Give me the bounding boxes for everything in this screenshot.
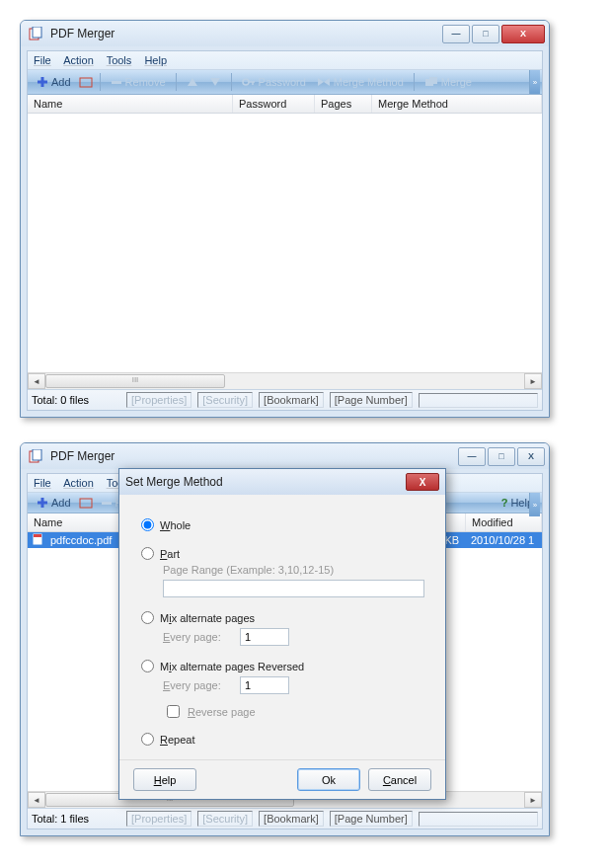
folder-icon[interactable]: [79, 76, 93, 88]
maximize-button[interactable]: □: [472, 25, 499, 43]
dialog-ok-button[interactable]: Ok: [297, 768, 360, 791]
merge-icon: [424, 77, 438, 88]
plus-icon: [37, 76, 48, 88]
toolbar-overflow-button[interactable]: »: [529, 493, 540, 516]
radio-part-input[interactable]: [141, 547, 154, 560]
list-header: Name Password Pages Merge Method: [28, 95, 542, 114]
radio-part[interactable]: Part: [141, 547, 423, 560]
svg-rect-12: [34, 534, 41, 537]
radio-part-label: art: [167, 548, 180, 560]
svg-rect-8: [33, 449, 41, 460]
minimize-button[interactable]: —: [442, 25, 470, 43]
toolbar-merge-method-button[interactable]: Merge Method: [314, 75, 407, 89]
dialog-title: Set Merge Method: [125, 475, 223, 489]
menu-help[interactable]: Help: [144, 54, 167, 66]
scroll-left-button[interactable]: ◄: [28, 792, 45, 808]
mixrev-every-input[interactable]: [240, 676, 289, 694]
mix-every-input[interactable]: [240, 628, 289, 646]
toolbar-remove-button[interactable]: Remove: [108, 75, 169, 89]
toolbar-remove-label: Remove: [125, 76, 166, 88]
status-bookmark[interactable]: [Bookmark]: [259, 392, 324, 408]
triangle-down-icon: [209, 77, 221, 87]
key-icon: [242, 77, 256, 87]
page-range-hint: Page Range (Example: 3,10,12-15): [163, 564, 423, 576]
status-properties[interactable]: [Properties]: [126, 811, 191, 827]
dialog-set-merge-method: Set Merge Method X Whole Part Page Range…: [118, 468, 446, 800]
app-icon: [29, 27, 42, 40]
scroll-track[interactable]: III: [45, 374, 524, 388]
svg-rect-10: [102, 502, 112, 505]
dialog-titlebar[interactable]: Set Merge Method X: [119, 469, 445, 495]
minus-icon: [111, 76, 122, 88]
scroll-thumb[interactable]: III: [45, 374, 225, 388]
status-page-number[interactable]: [Page Number]: [330, 811, 413, 827]
menu-action[interactable]: Action: [63, 477, 94, 489]
maximize-button[interactable]: □: [488, 447, 515, 466]
scroll-right-button[interactable]: ►: [524, 792, 542, 808]
minus-icon: [101, 497, 113, 509]
menu-file[interactable]: File: [34, 477, 51, 489]
toolbar-moveup-button[interactable]: [184, 76, 201, 88]
reverse-page-checkbox[interactable]: [167, 705, 180, 718]
dialog-cancel-button[interactable]: Cancel: [368, 768, 431, 791]
scroll-left-button[interactable]: ◄: [28, 373, 45, 389]
close-button[interactable]: X: [501, 25, 545, 43]
toolbar-merge-button[interactable]: Merge: [421, 75, 475, 89]
col-name[interactable]: Name: [28, 95, 233, 113]
dialog-close-button[interactable]: X: [406, 473, 439, 491]
status-properties[interactable]: [Properties]: [126, 392, 191, 408]
toolbar-add-button[interactable]: Add: [34, 75, 74, 89]
reverse-page-row[interactable]: Reverse page: [163, 702, 423, 721]
dialog-button-bar: Help Ok Cancel: [119, 759, 445, 799]
radio-whole-label: hole: [170, 519, 191, 531]
app-icon: [29, 449, 42, 463]
titlebar[interactable]: PDF Merger — □ X: [21, 443, 549, 469]
radio-repeat-input[interactable]: [141, 733, 154, 746]
svg-rect-9: [80, 499, 92, 508]
radio-whole[interactable]: Whole: [141, 518, 423, 531]
status-filler: [419, 393, 538, 408]
menu-action[interactable]: Action: [63, 54, 94, 66]
toolbar-movedown-button[interactable]: [206, 76, 224, 88]
col-merge-method[interactable]: Merge Method: [372, 95, 542, 113]
menubar[interactable]: File Action Tools Help: [28, 51, 542, 70]
toolbar-add-label: Add: [51, 497, 71, 509]
minimize-button[interactable]: —: [458, 447, 486, 466]
status-bookmark[interactable]: [Bookmark]: [259, 811, 324, 827]
col-pages[interactable]: Pages: [315, 95, 372, 113]
dialog-help-button[interactable]: Help: [133, 768, 196, 791]
toolbar: Add Remove Password Merge Method: [28, 70, 542, 95]
folder-icon[interactable]: [79, 497, 93, 509]
menu-tools[interactable]: Tools: [107, 54, 132, 66]
status-filler: [419, 812, 538, 827]
radio-repeat[interactable]: Repeat: [141, 733, 423, 746]
toolbar-add-label: Add: [51, 76, 71, 88]
svg-point-4: [243, 79, 249, 85]
radio-whole-input[interactable]: [141, 518, 154, 531]
close-button[interactable]: X: [517, 447, 545, 466]
radio-mix-input[interactable]: [141, 611, 154, 624]
status-security[interactable]: [Security]: [197, 811, 253, 827]
horizontal-scrollbar[interactable]: ◄ III ►: [28, 372, 542, 389]
toolbar-merge-label: Merge: [441, 76, 472, 88]
radio-mix-alternate[interactable]: Mix alternate pages: [141, 611, 423, 624]
status-page-number[interactable]: [Page Number]: [330, 392, 413, 408]
toolbar-overflow-button[interactable]: »: [529, 70, 540, 94]
col-password[interactable]: Password: [233, 95, 315, 113]
statusbar: Total: 0 files [Properties] [Security] […: [28, 389, 542, 410]
menu-file[interactable]: File: [34, 54, 51, 66]
radio-mixrev-input[interactable]: [141, 660, 154, 672]
svg-rect-2: [80, 78, 92, 87]
status-security[interactable]: [Security]: [197, 392, 253, 408]
page-range-input[interactable]: [163, 580, 424, 597]
statusbar: Total: 1 files [Properties] [Security] […: [28, 808, 542, 829]
bowtie-icon: [317, 77, 331, 87]
file-list[interactable]: [28, 114, 542, 372]
scroll-right-button[interactable]: ►: [524, 373, 542, 389]
toolbar-add-button[interactable]: Add: [34, 496, 74, 510]
titlebar[interactable]: PDF Merger — □ X: [21, 21, 549, 46]
window-title: PDF Merger: [50, 27, 442, 40]
cell-modified: 2010/10/28 1: [467, 534, 538, 546]
toolbar-password-button[interactable]: Password: [239, 75, 309, 89]
radio-mix-reversed[interactable]: Mix alternate pages Reversed: [141, 660, 423, 672]
